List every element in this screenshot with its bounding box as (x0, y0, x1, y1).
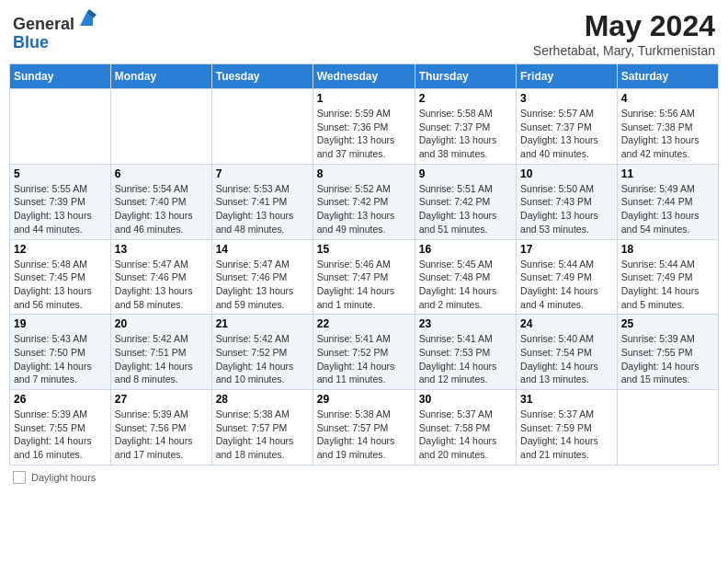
calendar-cell: 26Sunrise: 5:39 AM Sunset: 7:55 PM Dayli… (10, 390, 111, 465)
calendar-cell: 29Sunrise: 5:38 AM Sunset: 7:57 PM Dayli… (313, 390, 415, 465)
day-number: 23 (419, 317, 512, 330)
day-number: 26 (14, 393, 107, 406)
calendar-cell (617, 390, 718, 465)
day-info: Sunrise: 5:49 AM Sunset: 7:44 PM Dayligh… (621, 182, 714, 236)
calendar-body: 1Sunrise: 5:59 AM Sunset: 7:36 PM Daylig… (10, 89, 719, 465)
day-number: 18 (621, 243, 714, 256)
calendar-week-row: 5Sunrise: 5:55 AM Sunset: 7:39 PM Daylig… (10, 164, 719, 239)
day-number: 31 (520, 393, 613, 406)
day-info: Sunrise: 5:59 AM Sunset: 7:36 PM Dayligh… (317, 107, 411, 161)
calendar-cell: 21Sunrise: 5:42 AM Sunset: 7:52 PM Dayli… (211, 315, 313, 390)
day-info: Sunrise: 5:39 AM Sunset: 7:55 PM Dayligh… (621, 332, 714, 386)
day-info: Sunrise: 5:46 AM Sunset: 7:47 PM Dayligh… (317, 258, 411, 312)
calendar-footer: Daylight hours (9, 471, 719, 484)
day-info: Sunrise: 5:37 AM Sunset: 7:58 PM Dayligh… (419, 408, 512, 462)
day-number: 21 (216, 317, 309, 330)
day-info: Sunrise: 5:47 AM Sunset: 7:46 PM Dayligh… (216, 258, 309, 312)
day-number: 13 (115, 243, 208, 256)
day-number: 16 (419, 243, 512, 256)
day-info: Sunrise: 5:40 AM Sunset: 7:54 PM Dayligh… (520, 332, 613, 386)
calendar-cell: 2Sunrise: 5:58 AM Sunset: 7:37 PM Daylig… (415, 89, 516, 165)
day-number: 24 (520, 317, 613, 330)
calendar-cell (211, 89, 313, 165)
calendar-table: SundayMondayTuesdayWednesdayThursdayFrid… (9, 63, 719, 465)
day-number: 12 (14, 243, 107, 256)
day-number: 2 (419, 92, 512, 105)
day-number: 28 (216, 393, 309, 406)
calendar-cell: 17Sunrise: 5:44 AM Sunset: 7:49 PM Dayli… (517, 239, 618, 315)
calendar-cell: 3Sunrise: 5:57 AM Sunset: 7:37 PM Daylig… (517, 89, 618, 165)
calendar-header-row: SundayMondayTuesdayWednesdayThursdayFrid… (10, 64, 719, 89)
calendar-cell: 30Sunrise: 5:37 AM Sunset: 7:58 PM Dayli… (415, 390, 516, 465)
calendar-cell: 11Sunrise: 5:49 AM Sunset: 7:44 PM Dayli… (617, 164, 718, 239)
weekday-header-monday: Monday (110, 64, 211, 89)
weekday-header-tuesday: Tuesday (211, 64, 313, 89)
day-info: Sunrise: 5:39 AM Sunset: 7:55 PM Dayligh… (14, 408, 107, 462)
calendar-week-row: 26Sunrise: 5:39 AM Sunset: 7:55 PM Dayli… (10, 390, 719, 465)
day-number: 3 (520, 92, 613, 105)
calendar-cell: 6Sunrise: 5:54 AM Sunset: 7:40 PM Daylig… (110, 164, 211, 239)
day-number: 19 (14, 317, 107, 330)
calendar-cell: 8Sunrise: 5:52 AM Sunset: 7:42 PM Daylig… (313, 164, 415, 239)
day-number: 25 (621, 317, 714, 330)
location-subtitle: Serhetabat, Mary, Turkmenistan (533, 43, 715, 58)
calendar-cell: 16Sunrise: 5:45 AM Sunset: 7:48 PM Dayli… (415, 239, 516, 315)
day-info: Sunrise: 5:38 AM Sunset: 7:57 PM Dayligh… (216, 408, 309, 462)
calendar-cell: 18Sunrise: 5:44 AM Sunset: 7:49 PM Dayli… (617, 239, 718, 315)
calendar-week-row: 19Sunrise: 5:43 AM Sunset: 7:50 PM Dayli… (10, 315, 719, 390)
day-number: 11 (621, 167, 714, 180)
day-info: Sunrise: 5:52 AM Sunset: 7:42 PM Dayligh… (317, 182, 411, 236)
calendar-cell: 5Sunrise: 5:55 AM Sunset: 7:39 PM Daylig… (10, 164, 111, 239)
calendar-cell: 10Sunrise: 5:50 AM Sunset: 7:43 PM Dayli… (517, 164, 618, 239)
calendar-cell: 28Sunrise: 5:38 AM Sunset: 7:57 PM Dayli… (211, 390, 313, 465)
day-info: Sunrise: 5:51 AM Sunset: 7:42 PM Dayligh… (419, 182, 512, 236)
day-info: Sunrise: 5:44 AM Sunset: 7:49 PM Dayligh… (621, 258, 714, 312)
weekday-header-friday: Friday (517, 64, 618, 89)
logo-general: General (13, 15, 74, 33)
weekday-header-wednesday: Wednesday (313, 64, 415, 89)
day-number: 5 (14, 167, 107, 180)
day-info: Sunrise: 5:50 AM Sunset: 7:43 PM Dayligh… (520, 182, 613, 236)
day-number: 4 (621, 92, 714, 105)
calendar-cell: 4Sunrise: 5:56 AM Sunset: 7:38 PM Daylig… (617, 89, 718, 165)
calendar-week-row: 1Sunrise: 5:59 AM Sunset: 7:36 PM Daylig… (10, 89, 719, 165)
day-info: Sunrise: 5:43 AM Sunset: 7:50 PM Dayligh… (14, 332, 107, 386)
weekday-header-saturday: Saturday (617, 64, 718, 89)
calendar-cell: 12Sunrise: 5:48 AM Sunset: 7:45 PM Dayli… (10, 239, 111, 315)
logo-icon (76, 9, 97, 29)
day-info: Sunrise: 5:41 AM Sunset: 7:52 PM Dayligh… (317, 332, 411, 386)
day-info: Sunrise: 5:38 AM Sunset: 7:57 PM Dayligh… (317, 408, 411, 462)
day-info: Sunrise: 5:37 AM Sunset: 7:59 PM Dayligh… (520, 408, 613, 462)
day-info: Sunrise: 5:53 AM Sunset: 7:41 PM Dayligh… (216, 182, 309, 236)
day-number: 1 (317, 92, 411, 105)
calendar-cell: 25Sunrise: 5:39 AM Sunset: 7:55 PM Dayli… (617, 315, 718, 390)
day-info: Sunrise: 5:47 AM Sunset: 7:46 PM Dayligh… (115, 258, 208, 312)
logo: General Blue (13, 9, 97, 52)
day-number: 27 (115, 393, 208, 406)
weekday-header-thursday: Thursday (415, 64, 516, 89)
logo-blue: Blue (13, 33, 49, 52)
day-number: 6 (115, 167, 208, 180)
calendar-cell (10, 89, 111, 165)
day-number: 22 (317, 317, 411, 330)
day-info: Sunrise: 5:57 AM Sunset: 7:37 PM Dayligh… (520, 107, 613, 161)
day-info: Sunrise: 5:55 AM Sunset: 7:39 PM Dayligh… (14, 182, 107, 236)
day-info: Sunrise: 5:48 AM Sunset: 7:45 PM Dayligh… (14, 258, 107, 312)
month-year-title: May 2024 (533, 9, 715, 43)
day-number: 29 (317, 393, 411, 406)
day-number: 7 (216, 167, 309, 180)
day-info: Sunrise: 5:44 AM Sunset: 7:49 PM Dayligh… (520, 258, 613, 312)
weekday-header-sunday: Sunday (10, 64, 111, 89)
calendar-cell: 9Sunrise: 5:51 AM Sunset: 7:42 PM Daylig… (415, 164, 516, 239)
calendar-cell: 24Sunrise: 5:40 AM Sunset: 7:54 PM Dayli… (517, 315, 618, 390)
day-number: 9 (419, 167, 512, 180)
calendar-cell: 1Sunrise: 5:59 AM Sunset: 7:36 PM Daylig… (313, 89, 415, 165)
calendar-cell: 14Sunrise: 5:47 AM Sunset: 7:46 PM Dayli… (211, 239, 313, 315)
day-number: 17 (520, 243, 613, 256)
title-block: May 2024 Serhetabat, Mary, Turkmenistan (533, 9, 715, 58)
day-info: Sunrise: 5:39 AM Sunset: 7:56 PM Dayligh… (115, 408, 208, 462)
calendar-cell: 23Sunrise: 5:41 AM Sunset: 7:53 PM Dayli… (415, 315, 516, 390)
daylight-label: Daylight hours (31, 472, 96, 483)
calendar-cell: 22Sunrise: 5:41 AM Sunset: 7:52 PM Dayli… (313, 315, 415, 390)
day-info: Sunrise: 5:42 AM Sunset: 7:51 PM Dayligh… (115, 332, 208, 386)
